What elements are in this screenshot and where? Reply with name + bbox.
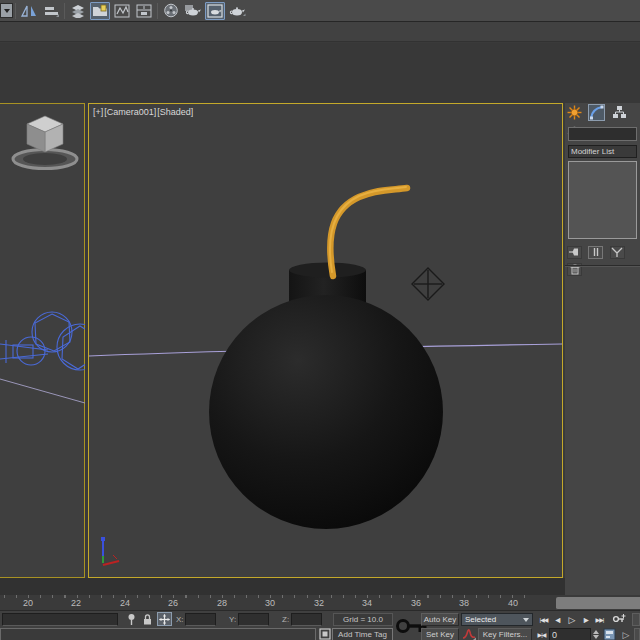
teapot-icon (228, 4, 246, 18)
chevron-down-icon (523, 618, 529, 625)
curve-editor-button[interactable] (112, 2, 132, 20)
play-button[interactable]: ▷ (565, 613, 578, 626)
ruler-number: 34 (362, 598, 372, 608)
mirror-button[interactable] (19, 2, 39, 20)
key-plus-icon (612, 613, 626, 626)
material-editor-button[interactable] (161, 2, 181, 20)
bomb-model (209, 187, 443, 529)
camera-viewport[interactable]: [+] [Camera001] [Shaded] (88, 103, 563, 578)
render-setup-button[interactable] (183, 2, 203, 20)
next-frame-button[interactable]: ||▶ (579, 613, 592, 626)
workspace-empty-area (0, 43, 640, 103)
previous-frame-button[interactable]: ◀|| (551, 613, 564, 626)
pin-stack-icon (569, 247, 580, 257)
grid-line (0, 379, 85, 403)
viewport-menu-general[interactable]: [+] (93, 107, 103, 117)
show-end-result-button[interactable] (588, 246, 603, 259)
key-filters-button[interactable]: Key Filters... (478, 628, 532, 640)
render-production-button[interactable] (227, 2, 247, 20)
main-toolbar (0, 0, 640, 22)
panel-divider (565, 265, 640, 267)
wireframe-objects (0, 312, 85, 370)
command-panel: Modifier List (565, 103, 640, 595)
viewport-menu-shading[interactable]: [Shaded] (157, 107, 193, 117)
left-viewport[interactable] (0, 103, 85, 578)
toolbar-separator (157, 3, 158, 19)
show-end-result-icon (592, 247, 600, 257)
schematic-icon (136, 4, 152, 18)
default-tangent-button[interactable] (462, 628, 476, 640)
create-key-button[interactable] (612, 613, 626, 626)
bomb-fuse (330, 188, 407, 276)
world-axis-tripod (101, 537, 119, 565)
viewport-menu-pov[interactable]: [Camera001] (104, 107, 156, 117)
ribbon-strip (0, 22, 640, 42)
prompt-line (0, 628, 316, 640)
selection-set-dropdown[interactable] (0, 3, 13, 18)
notification-window-icon[interactable] (319, 628, 331, 640)
time-slider-strip[interactable] (0, 578, 565, 595)
add-time-tag-button[interactable]: Add Time Tag (332, 628, 393, 640)
clipped-toolbar-button[interactable] (632, 613, 640, 626)
status-field (2, 613, 118, 626)
mirror-icon (20, 4, 38, 18)
ruler-number: 22 (71, 598, 81, 608)
isolate-pin-icon[interactable] (126, 613, 137, 626)
schematic-view-button[interactable] (134, 2, 154, 20)
selection-set-value: Selected (465, 615, 496, 624)
selection-set-combo[interactable]: Selected (461, 613, 533, 626)
frame-spinner[interactable] (592, 628, 599, 640)
forward-arrow-icon[interactable]: ▷ (619, 628, 632, 640)
go-to-start-button[interactable]: |◀◀ (537, 613, 550, 626)
bomb-sphere (209, 295, 443, 529)
viewcube-icon (13, 116, 77, 169)
make-unique-button[interactable] (610, 246, 625, 259)
time-configuration-button[interactable] (603, 628, 616, 640)
hierarchy-tab[interactable] (611, 104, 628, 121)
hierarchy-icon (612, 105, 627, 120)
object-name-field[interactable] (568, 127, 637, 141)
modifier-stack-toolbar (567, 243, 639, 257)
material-sphere-icon (163, 3, 179, 18)
absolute-mode-toggle[interactable] (157, 612, 172, 626)
key-mode-toggle-button[interactable]: ▶|◀ (535, 628, 548, 640)
modifier-stack-list[interactable] (568, 161, 637, 239)
align-icon (43, 4, 59, 18)
ruler-number: 40 (508, 598, 518, 608)
create-tab[interactable] (566, 104, 583, 121)
auto-key-button[interactable]: Auto Key (421, 613, 459, 626)
z-coordinate-field[interactable] (291, 613, 322, 626)
x-coordinate-field[interactable] (185, 613, 216, 626)
rendered-frame-window-button[interactable] (205, 2, 225, 20)
layer-manager-button[interactable] (68, 2, 88, 20)
curve-chart-icon (114, 4, 130, 18)
make-unique-icon (611, 247, 623, 257)
ruler-number: 32 (314, 598, 324, 608)
toolbar-separator (64, 3, 65, 19)
go-to-end-button[interactable]: ▶▶| (593, 613, 606, 626)
left-viewport-scene (0, 104, 85, 579)
current-frame-field[interactable] (549, 628, 591, 640)
move-arrows-icon (159, 614, 170, 625)
viewport-nav-corner (556, 597, 640, 610)
ruler-number: 24 (120, 598, 130, 608)
layers-icon (70, 4, 86, 18)
teapot-frame-icon (207, 4, 223, 18)
ruler-number: 26 (168, 598, 178, 608)
selection-lock-icon[interactable] (142, 613, 153, 626)
z-coordinate-label: Z: (282, 615, 289, 624)
modify-tab[interactable] (588, 104, 605, 121)
command-panel-tabs (565, 103, 640, 123)
modifier-list-dropdown[interactable]: Modifier List (568, 145, 637, 158)
pin-stack-button[interactable] (567, 246, 582, 259)
set-key-button[interactable]: Set Key (421, 628, 459, 640)
y-coordinate-field[interactable] (238, 613, 269, 626)
clipped-button[interactable] (634, 628, 640, 640)
toolbar-separator (15, 3, 16, 19)
track-bar-ruler[interactable]: 20 22 24 26 28 30 32 34 36 38 40 (0, 595, 533, 610)
time-config-icon (603, 628, 616, 640)
diamond-cursor-icon (412, 268, 444, 300)
scene-explorer-button[interactable] (90, 2, 110, 20)
align-button[interactable] (41, 2, 61, 20)
render-setup-teapot-icon (184, 4, 202, 18)
